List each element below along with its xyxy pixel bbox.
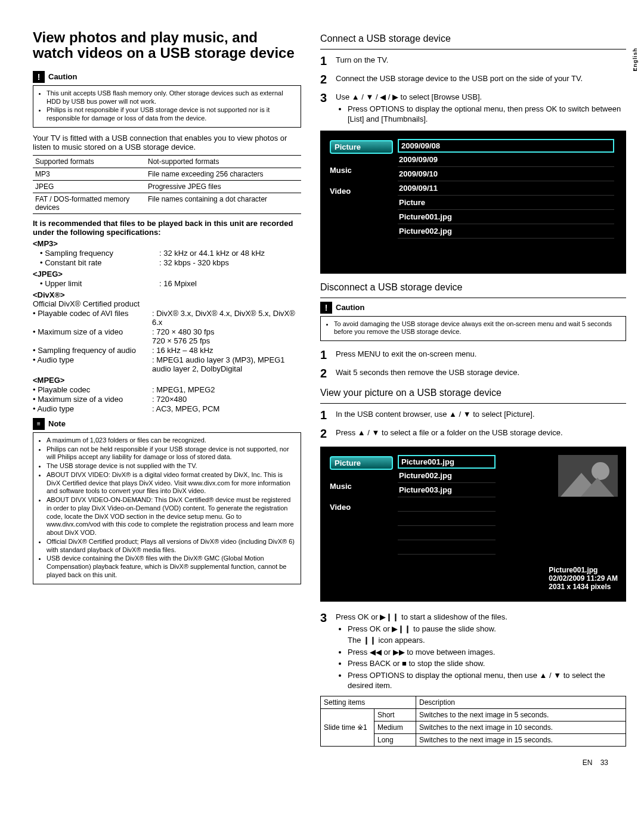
tv-list-item: Picture002.jpg	[398, 224, 614, 239]
col-header: Not-supported formats	[145, 155, 301, 168]
step-text: Wait 5 seconds then remove the USB stora…	[336, 366, 626, 382]
note-item: ABOUT DIVX VIDEO-ON-DEMAND: This DivX Ce…	[47, 496, 296, 537]
caution-header: ! Caution	[33, 71, 301, 83]
sub-step: Press OK or ▶❙❙ to pause the slide show.	[348, 624, 626, 634]
spec-val: 32 kHz or 44.1 kHz or 48 kHz	[163, 249, 265, 258]
col-header: Supported formats	[33, 155, 145, 168]
tv-list-item: Picture003.jpg	[398, 483, 496, 497]
row-label: Slide time ※1	[321, 708, 374, 746]
step-text: Press OK or ▶❙❙ to start a slideshow of …	[336, 610, 626, 692]
sub-step-result: The ❙❙ icon appears.	[348, 635, 626, 646]
cell: Switches to the next image in 15 seconds…	[416, 733, 626, 746]
caution-label: Caution	[48, 72, 77, 81]
cell: File names containing a dot character	[145, 193, 301, 213]
note-item: A maximum of 1,023 folders or files can …	[47, 436, 296, 445]
note-box: A maximum of 1,023 folders or files can …	[33, 432, 301, 584]
spec-val: 720×480	[156, 395, 187, 404]
spec-key: Sampling frequency of audio	[33, 346, 152, 355]
sub-step: Press BACK or ■ to stop the slide show.	[348, 658, 626, 669]
tv-list-item	[398, 526, 496, 540]
rec-intro: It is recommended that files to be playe…	[33, 219, 301, 237]
mountain-icon	[581, 478, 614, 497]
page-footer: EN 33	[33, 758, 626, 767]
mpeg-header: <MPEG>	[33, 376, 301, 385]
cell: JPEG	[33, 180, 145, 193]
step-text: Turn on the TV.	[336, 53, 626, 69]
sub-step: Press ◀◀ or ▶▶ to move between images.	[348, 647, 626, 658]
cell: File name exceeding 256 characters	[145, 168, 301, 180]
caution-header: ! Caution	[320, 302, 626, 314]
spec-key: Audio type	[33, 355, 152, 373]
info-date: 02/02/2009 11:29 AM	[549, 574, 618, 583]
spec-val: MPEG1 audio layer 3 (MP3), MPEG1 audio l…	[152, 355, 285, 373]
warning-icon: !	[33, 71, 45, 83]
caution-label: Caution	[336, 303, 364, 312]
disconnect-heading: Disconnect a USB storage device	[320, 282, 626, 293]
note-item: USB device containing the DivX® files wi…	[47, 555, 296, 579]
mp3-header: <MP3>	[33, 239, 301, 248]
connect-heading: Connect a USB storage device	[320, 33, 626, 44]
jpeg-header: <JPEG>	[33, 270, 301, 278]
picture-preview	[558, 455, 618, 497]
spec-key: Maximum size of a video	[33, 327, 152, 345]
note-item: ABOUT DIVX VIDEO: DivX® is a digital vid…	[47, 471, 296, 496]
caution-item: Philips is not responsible if your USB s…	[47, 106, 296, 123]
caution-item: This unit accepts USB flash memory only.…	[47, 89, 296, 106]
tv-list-item	[398, 540, 496, 555]
col-header: Setting items	[321, 696, 416, 708]
cell: Long	[374, 733, 416, 746]
info-dimensions: 2031 x 1434 pixels	[549, 583, 618, 591]
tv-list-item: 2009/09/08	[398, 139, 614, 153]
formats-table: Supported formatsNot-supported formats M…	[33, 155, 301, 214]
note-item: The USB storage device is not supplied w…	[47, 462, 296, 470]
tv-menu-video: Video	[330, 503, 393, 512]
note-header: ≡ Note	[33, 418, 301, 430]
tv-menu-music: Music	[330, 166, 393, 175]
intro-text: Your TV is fitted with a USB connection …	[33, 134, 301, 151]
caution-box: To avoid damaging the USB storage device…	[320, 316, 626, 342]
tv-menu-video: Video	[330, 187, 393, 196]
page-title: View photos and play music, and watch vi…	[33, 30, 301, 61]
spec-val: 720 × 480 30 fps 720 × 576 25 fps	[152, 327, 214, 345]
divx-line: Official DivX® Certified product	[33, 299, 301, 308]
tv-list-item: Picture001.jpg	[398, 210, 614, 224]
cell: Short	[374, 708, 416, 721]
note-icon: ≡	[33, 418, 45, 430]
cell: Switches to the next image in 5 seconds.	[416, 708, 626, 721]
divx-header: <DivX®>	[33, 290, 301, 299]
tv-menu-music: Music	[330, 482, 393, 491]
spec-val: 16 Mpixel	[163, 279, 197, 288]
step-text: Press MENU to exit the on-screen menu.	[336, 347, 626, 363]
note-item: Philips can not be held responsible if y…	[47, 445, 296, 462]
tv-list-item: 2009/09/11	[398, 181, 614, 196]
tv-list-item: 2009/09/10	[398, 167, 614, 181]
footer-lang: EN	[583, 758, 593, 767]
tv-list-item: 2009/09/09	[398, 153, 614, 167]
caution-box: This unit accepts USB flash memory only.…	[33, 85, 301, 128]
tv-screenshot-picture: Picture Music Video Picture001.jpg Pictu…	[320, 447, 626, 602]
view-heading: View your picture on a USB storage devic…	[320, 388, 626, 398]
tv-menu-picture: Picture	[330, 140, 393, 154]
tv-list-item: Picture001.jpg	[398, 455, 496, 469]
spec-key: Audio type	[33, 404, 152, 413]
note-item: Official DivX® Certified product; Plays …	[47, 538, 296, 555]
step-text: Connect the USB storage device to the US…	[336, 72, 626, 88]
step-text: Press ▲ / ▼ to select a file or a folder…	[336, 426, 626, 442]
spec-val: 16 kHz – 48 kHz	[156, 346, 213, 355]
spec-val: AC3, MPEG, PCM	[156, 404, 220, 413]
caution-item: To avoid damaging the USB storage device…	[334, 320, 621, 337]
tv-list-item	[398, 497, 496, 512]
tv-list-item: Picture002.jpg	[398, 469, 496, 483]
tv-list-item: Picture	[398, 196, 614, 210]
step-text: In the USB content browser, use ▲ / ▼ to…	[336, 407, 626, 423]
step-text: Use ▲ / ▼ / ◀ / ▶ to select [Browse USB]…	[336, 90, 626, 126]
spec-val: DivX® 3.x, DivX® 4.x, DivX® 5.x, DivX® 6…	[152, 309, 295, 327]
cell: Switches to the next image in 10 seconds…	[416, 721, 626, 733]
tv-menu-picture: Picture	[330, 456, 393, 470]
settings-table: Setting items Description Slide time ※1 …	[320, 696, 626, 747]
col-header: Description	[416, 696, 626, 708]
sub-step: Press OPTIONS to display the optional me…	[348, 670, 626, 691]
info-filename: Picture001.jpg	[549, 566, 618, 574]
cell: FAT / DOS-formatted memory devices	[33, 193, 145, 213]
warning-icon: !	[320, 302, 332, 314]
